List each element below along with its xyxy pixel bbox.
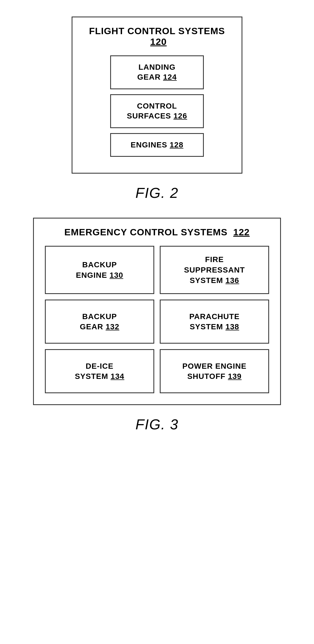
fig3-outer-ref: 122 xyxy=(233,227,250,237)
fig3-outer-box: EMERGENCY CONTROL SYSTEMS 122 BACKUPENGI… xyxy=(33,218,281,405)
fig2-outer-title-text: FLIGHT CONTROL SYSTEMS xyxy=(89,26,225,36)
fig2-box-engines-label: ENGINES 128 xyxy=(131,140,183,150)
fig3-box-backup-engine-ref: 130 xyxy=(110,271,123,279)
fig2-caption: FIG. 2 xyxy=(136,185,178,201)
fig3-box-power-engine-shutoff: POWER ENGINESHUTOFF 139 xyxy=(160,349,269,393)
fig3-box-backup-gear-label: BACKUPGEAR 132 xyxy=(80,311,119,332)
fig3-box-fire-suppressant-ref: 136 xyxy=(226,276,239,285)
fig3-box-backup-engine-label: BACKUPENGINE 130 xyxy=(76,260,123,281)
fig2-box-landing-gear: LANDINGGEAR 124 xyxy=(110,55,204,89)
fig3-box-fire-suppressant: FIRESUPPRESSANTSYSTEM 136 xyxy=(160,246,269,294)
fig3-box-power-engine-shutoff-label: POWER ENGINESHUTOFF 139 xyxy=(182,361,247,382)
fig2-box-control-surfaces: CONTROLSURFACES 126 xyxy=(110,94,204,128)
fig3-outer-title: EMERGENCY CONTROL SYSTEMS 122 xyxy=(64,227,250,238)
fig3-grid: BACKUPENGINE 130 FIRESUPPRESSANTSYSTEM 1… xyxy=(45,246,269,393)
fig2-box-landing-gear-label: LANDINGGEAR 124 xyxy=(137,62,177,82)
fig3-box-backup-gear: BACKUPGEAR 132 xyxy=(45,300,154,344)
fig3-box-backup-engine: BACKUPENGINE 130 xyxy=(45,246,154,294)
fig2-box-engines-ref: 128 xyxy=(170,141,183,149)
fig2-box-control-surfaces-ref: 126 xyxy=(174,112,187,120)
fig3-box-de-ice-label: DE-ICESYSTEM 134 xyxy=(75,361,124,382)
fig2-box-landing-gear-ref: 124 xyxy=(163,73,177,81)
main-container: FLIGHT CONTROL SYSTEMS 120 LANDINGGEAR 1… xyxy=(11,17,303,449)
fig2-box-engines: ENGINES 128 xyxy=(110,133,204,157)
fig3-box-backup-gear-ref: 132 xyxy=(105,322,119,331)
fig3-outer-title-text: EMERGENCY CONTROL SYSTEMS xyxy=(64,227,227,237)
fig2-outer-title: FLIGHT CONTROL SYSTEMS 120 xyxy=(83,26,231,47)
fig3-box-power-engine-shutoff-ref: 139 xyxy=(228,372,242,381)
fig3-caption: FIG. 3 xyxy=(136,416,178,433)
fig2-box-control-surfaces-label: CONTROLSURFACES 126 xyxy=(127,101,187,121)
fig2-outer-ref: 120 xyxy=(150,36,167,47)
fig3-box-de-ice-ref: 134 xyxy=(111,372,124,381)
fig3-box-de-ice: DE-ICESYSTEM 134 xyxy=(45,349,154,393)
fig3-box-parachute-system: PARACHUTESYSTEM 138 xyxy=(160,300,269,344)
fig3-box-parachute-system-label: PARACHUTESYSTEM 138 xyxy=(189,311,240,332)
fig2-outer-box: FLIGHT CONTROL SYSTEMS 120 LANDINGGEAR 1… xyxy=(72,17,242,174)
fig3-box-parachute-system-ref: 138 xyxy=(226,322,239,331)
fig3-box-fire-suppressant-label: FIRESUPPRESSANTSYSTEM 136 xyxy=(184,254,245,285)
